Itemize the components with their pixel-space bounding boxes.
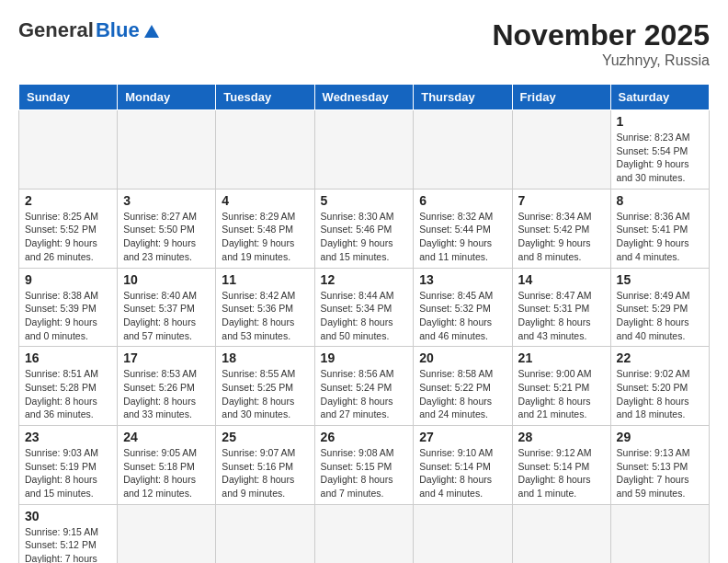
calendar-day-cell bbox=[414, 504, 512, 563]
day-info: Sunrise: 9:00 AM Sunset: 5:21 PM Dayligh… bbox=[518, 367, 605, 421]
day-number: 15 bbox=[617, 272, 703, 287]
day-number: 6 bbox=[419, 193, 506, 208]
calendar-day-cell: 30Sunrise: 9:15 AM Sunset: 5:12 PM Dayli… bbox=[19, 504, 118, 563]
day-info: Sunrise: 8:45 AM Sunset: 5:32 PM Dayligh… bbox=[419, 289, 506, 343]
calendar-day-cell: 15Sunrise: 8:49 AM Sunset: 5:29 PM Dayli… bbox=[610, 268, 709, 347]
calendar-header-row: SundayMondayTuesdayWednesdayThursdayFrid… bbox=[19, 85, 710, 110]
day-number: 12 bbox=[321, 272, 408, 287]
calendar-day-cell: 8Sunrise: 8:36 AM Sunset: 5:41 PM Daylig… bbox=[610, 189, 709, 268]
calendar-weekday-header: Tuesday bbox=[216, 85, 314, 110]
day-number: 29 bbox=[617, 430, 703, 444]
calendar-day-cell: 27Sunrise: 9:10 AM Sunset: 5:14 PM Dayli… bbox=[414, 426, 512, 505]
logo: General Blue bbox=[18, 18, 159, 42]
calendar-weekday-header: Friday bbox=[512, 85, 610, 110]
calendar-day-cell: 19Sunrise: 8:56 AM Sunset: 5:24 PM Dayli… bbox=[314, 347, 414, 426]
day-info: Sunrise: 8:42 AM Sunset: 5:36 PM Dayligh… bbox=[222, 289, 308, 343]
day-number: 14 bbox=[518, 272, 605, 287]
calendar-day-cell: 14Sunrise: 8:47 AM Sunset: 5:31 PM Dayli… bbox=[512, 268, 610, 347]
calendar-week-row: 2Sunrise: 8:25 AM Sunset: 5:52 PM Daylig… bbox=[19, 189, 710, 268]
day-info: Sunrise: 8:56 AM Sunset: 5:24 PM Dayligh… bbox=[321, 367, 408, 421]
day-info: Sunrise: 8:32 AM Sunset: 5:44 PM Dayligh… bbox=[419, 210, 506, 264]
calendar-weekday-header: Wednesday bbox=[314, 85, 414, 110]
day-number: 2 bbox=[25, 193, 111, 208]
day-info: Sunrise: 8:51 AM Sunset: 5:28 PM Dayligh… bbox=[25, 367, 111, 421]
day-info: Sunrise: 9:07 AM Sunset: 5:16 PM Dayligh… bbox=[222, 446, 308, 500]
day-info: Sunrise: 8:23 AM Sunset: 5:54 PM Dayligh… bbox=[617, 131, 703, 185]
month-title: November 2025 bbox=[492, 18, 710, 52]
day-number: 1 bbox=[617, 114, 703, 129]
day-number: 9 bbox=[25, 272, 111, 287]
day-number: 25 bbox=[222, 430, 308, 444]
calendar-day-cell: 25Sunrise: 9:07 AM Sunset: 5:16 PM Dayli… bbox=[216, 426, 314, 505]
day-number: 13 bbox=[419, 272, 506, 287]
day-number: 30 bbox=[25, 509, 111, 523]
calendar-day-cell: 12Sunrise: 8:44 AM Sunset: 5:34 PM Dayli… bbox=[314, 268, 414, 347]
calendar-day-cell bbox=[118, 110, 216, 190]
calendar-day-cell bbox=[512, 504, 610, 563]
day-info: Sunrise: 8:27 AM Sunset: 5:50 PM Dayligh… bbox=[123, 210, 210, 264]
logo-triangle-icon bbox=[144, 25, 159, 38]
calendar-day-cell: 9Sunrise: 8:38 AM Sunset: 5:39 PM Daylig… bbox=[19, 268, 118, 347]
calendar-day-cell: 6Sunrise: 8:32 AM Sunset: 5:44 PM Daylig… bbox=[414, 189, 512, 268]
calendar-day-cell: 23Sunrise: 9:03 AM Sunset: 5:19 PM Dayli… bbox=[19, 426, 118, 505]
calendar-week-row: 23Sunrise: 9:03 AM Sunset: 5:19 PM Dayli… bbox=[19, 426, 710, 505]
calendar-day-cell: 26Sunrise: 9:08 AM Sunset: 5:15 PM Dayli… bbox=[314, 426, 414, 505]
calendar-day-cell bbox=[414, 110, 512, 190]
day-info: Sunrise: 9:12 AM Sunset: 5:14 PM Dayligh… bbox=[518, 446, 605, 500]
title-area: November 2025 Yuzhnyy, Russia bbox=[492, 18, 710, 69]
day-info: Sunrise: 8:34 AM Sunset: 5:42 PM Dayligh… bbox=[518, 210, 605, 264]
calendar-day-cell: 5Sunrise: 8:30 AM Sunset: 5:46 PM Daylig… bbox=[314, 189, 414, 268]
day-info: Sunrise: 9:10 AM Sunset: 5:14 PM Dayligh… bbox=[419, 446, 506, 500]
day-info: Sunrise: 8:40 AM Sunset: 5:37 PM Dayligh… bbox=[123, 289, 210, 343]
calendar-week-row: 16Sunrise: 8:51 AM Sunset: 5:28 PM Dayli… bbox=[19, 347, 710, 426]
day-info: Sunrise: 8:36 AM Sunset: 5:41 PM Dayligh… bbox=[617, 210, 703, 264]
day-info: Sunrise: 8:49 AM Sunset: 5:29 PM Dayligh… bbox=[617, 289, 703, 343]
calendar-day-cell: 10Sunrise: 8:40 AM Sunset: 5:37 PM Dayli… bbox=[118, 268, 216, 347]
calendar-day-cell bbox=[314, 110, 414, 190]
calendar-day-cell: 13Sunrise: 8:45 AM Sunset: 5:32 PM Dayli… bbox=[414, 268, 512, 347]
calendar-day-cell: 18Sunrise: 8:55 AM Sunset: 5:25 PM Dayli… bbox=[216, 347, 314, 426]
day-number: 8 bbox=[617, 193, 703, 208]
day-info: Sunrise: 8:53 AM Sunset: 5:26 PM Dayligh… bbox=[123, 367, 210, 421]
calendar-day-cell bbox=[314, 504, 414, 563]
day-number: 18 bbox=[222, 350, 308, 365]
day-number: 20 bbox=[419, 350, 506, 365]
calendar-weekday-header: Thursday bbox=[414, 85, 512, 110]
calendar-day-cell: 20Sunrise: 8:58 AM Sunset: 5:22 PM Dayli… bbox=[414, 347, 512, 426]
calendar-day-cell: 1Sunrise: 8:23 AM Sunset: 5:54 PM Daylig… bbox=[610, 110, 709, 190]
day-info: Sunrise: 9:08 AM Sunset: 5:15 PM Dayligh… bbox=[321, 446, 408, 500]
calendar-day-cell: 2Sunrise: 8:25 AM Sunset: 5:52 PM Daylig… bbox=[19, 189, 118, 268]
calendar-day-cell bbox=[118, 504, 216, 563]
day-number: 22 bbox=[617, 350, 703, 365]
day-number: 16 bbox=[25, 350, 111, 365]
day-info: Sunrise: 9:15 AM Sunset: 5:12 PM Dayligh… bbox=[25, 525, 111, 563]
day-number: 28 bbox=[518, 430, 605, 444]
day-number: 3 bbox=[123, 193, 210, 208]
day-number: 4 bbox=[222, 193, 308, 208]
day-number: 26 bbox=[321, 430, 408, 444]
calendar-table: SundayMondayTuesdayWednesdayThursdayFrid… bbox=[18, 84, 710, 563]
day-info: Sunrise: 9:13 AM Sunset: 5:13 PM Dayligh… bbox=[617, 446, 703, 500]
day-info: Sunrise: 8:25 AM Sunset: 5:52 PM Dayligh… bbox=[25, 210, 111, 264]
calendar-day-cell: 24Sunrise: 9:05 AM Sunset: 5:18 PM Dayli… bbox=[118, 426, 216, 505]
day-number: 5 bbox=[321, 193, 408, 208]
day-number: 23 bbox=[25, 430, 111, 444]
calendar-day-cell bbox=[512, 110, 610, 190]
day-number: 7 bbox=[518, 193, 605, 208]
day-number: 21 bbox=[518, 350, 605, 365]
day-info: Sunrise: 8:30 AM Sunset: 5:46 PM Dayligh… bbox=[321, 210, 408, 264]
logo-blue-text: Blue bbox=[96, 18, 140, 42]
day-info: Sunrise: 8:44 AM Sunset: 5:34 PM Dayligh… bbox=[321, 289, 408, 343]
day-info: Sunrise: 8:55 AM Sunset: 5:25 PM Dayligh… bbox=[222, 367, 308, 421]
day-number: 24 bbox=[123, 430, 210, 444]
day-number: 17 bbox=[123, 350, 210, 365]
day-info: Sunrise: 8:38 AM Sunset: 5:39 PM Dayligh… bbox=[25, 289, 111, 343]
location-subtitle: Yuzhnyy, Russia bbox=[492, 52, 710, 69]
day-info: Sunrise: 8:58 AM Sunset: 5:22 PM Dayligh… bbox=[419, 367, 506, 421]
calendar-week-row: 9Sunrise: 8:38 AM Sunset: 5:39 PM Daylig… bbox=[19, 268, 710, 347]
calendar-day-cell: 22Sunrise: 9:02 AM Sunset: 5:20 PM Dayli… bbox=[610, 347, 709, 426]
day-info: Sunrise: 8:29 AM Sunset: 5:48 PM Dayligh… bbox=[222, 210, 308, 264]
page-header: General Blue November 2025 Yuzhnyy, Russ… bbox=[18, 18, 710, 69]
logo-general-text: General bbox=[18, 18, 94, 42]
calendar-weekday-header: Monday bbox=[118, 85, 216, 110]
